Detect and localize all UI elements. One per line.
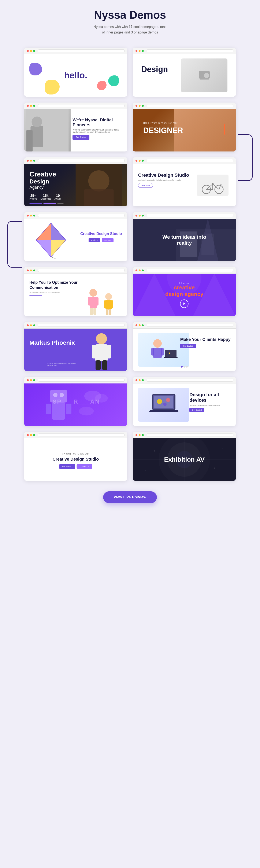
demo14-heading: Design for all devices (189, 392, 230, 403)
demo10-heading: creative design agency (165, 284, 203, 298)
demo-card-ideas[interactable]: We turn ideas into reality (133, 212, 236, 261)
demo2-image (181, 59, 227, 92)
demo-card-studio[interactable]: Creative Design Studio We build meaningf… (133, 157, 236, 206)
dot-green (142, 434, 144, 436)
demo14-btn[interactable]: Get Started (189, 408, 204, 412)
demo15-buttons: Get Started Contact Us (52, 464, 99, 469)
svg-point-8 (88, 170, 109, 191)
demo-card-clients[interactable]: ★ Make Your Clients Happy Get Started (133, 322, 236, 371)
demo12-heading: Make Your Clients Happy (180, 337, 230, 342)
demo-card-markus[interactable]: Markus Phoenix Creative photographer and… (24, 322, 127, 371)
svg-point-81 (222, 448, 223, 450)
blob1 (29, 63, 42, 75)
svg-marker-21 (51, 223, 66, 240)
svg-rect-9 (84, 189, 113, 206)
svg-marker-22 (36, 240, 51, 257)
browser-url (38, 49, 124, 52)
svg-rect-53 (161, 348, 164, 355)
demo5-stat3: 10 Awards (54, 194, 61, 200)
demo12-content: ★ Make Your Clients Happy Get Started (133, 329, 236, 371)
dot-red (27, 379, 29, 381)
dot-yellow (30, 105, 32, 107)
demo-card-agency[interactable]: Creative Design Agency 25+ Projects 15k … (24, 157, 127, 206)
demo-card-spiderman[interactable]: SP___R___AN (24, 377, 127, 426)
demo1-blobs (24, 54, 127, 97)
browser-url (38, 104, 124, 107)
dot-yellow (30, 215, 32, 217)
browser-bar (133, 267, 236, 274)
demo-card-kite[interactable]: Creative Design Studio Explore Contact (24, 212, 127, 261)
svg-rect-52 (151, 348, 154, 355)
demo5-stat1: 25+ Projects (29, 194, 37, 200)
demo-card-hello[interactable]: hello. (24, 48, 127, 97)
demo-card-designer[interactable]: Hello I Want To Work For Your DESIGNER (133, 102, 236, 152)
dot-yellow (30, 270, 32, 271)
browser-bar (133, 212, 236, 219)
demo7-btn1[interactable]: Explore (88, 238, 100, 242)
demo15-btn1[interactable]: Get Started (60, 464, 75, 469)
browser-bar (133, 322, 236, 329)
svg-rect-49 (102, 361, 107, 370)
browser-url (147, 214, 233, 217)
demo16-text: Exhibition AV (164, 456, 205, 463)
demo7-text: Creative Design Studio Explore Contact (80, 231, 122, 242)
view-live-preview-button[interactable]: View Live Preview (103, 491, 157, 503)
svg-rect-37 (104, 301, 107, 308)
demo4-accent-bar (224, 124, 225, 134)
demo13-content: SP___R___AN (24, 383, 127, 426)
svg-point-78 (154, 451, 155, 452)
demo10-pre: full service (165, 282, 203, 284)
svg-point-29 (89, 289, 97, 297)
dot-yellow (139, 105, 141, 107)
demo5-title: Creative Design Agency (29, 170, 56, 190)
browser-url (147, 269, 233, 272)
demo4-title: DESIGNER (143, 126, 183, 135)
dot-yellow (139, 324, 141, 326)
demo7-btn2[interactable]: Contact (102, 238, 113, 242)
demo-card-optimize[interactable]: Help You To Optimize Your Communication … (24, 267, 127, 316)
svg-marker-23 (36, 223, 51, 240)
svg-rect-40 (109, 309, 111, 315)
dot-green (142, 324, 144, 326)
demo10-play-btn[interactable] (180, 300, 189, 308)
demo10-text: full service creative design agency (165, 282, 203, 308)
browser-bar (24, 212, 127, 219)
dot-yellow (139, 215, 141, 217)
dot-green (33, 270, 35, 271)
dot-yellow (30, 379, 32, 381)
demo14-text: Design for all devices We design and dev… (189, 392, 230, 412)
demo15-btn2[interactable]: Contact Us (77, 464, 92, 469)
svg-rect-46 (92, 345, 96, 359)
browser-bar (24, 48, 127, 54)
dot-red (27, 434, 29, 436)
demo6-btn[interactable]: Read More (138, 183, 153, 188)
demo15-text: LOREM IPSUM DOLOR Creative Design Studio… (52, 453, 99, 469)
svg-rect-47 (107, 345, 111, 359)
svg-point-79 (214, 468, 215, 469)
demo6-content: Creative Design Studio We build meaningf… (133, 164, 236, 206)
demo-card-studio-white[interactable]: LOREM IPSUM DOLOR Creative Design Studio… (24, 432, 127, 481)
dot-red (27, 160, 29, 162)
svg-point-1 (204, 73, 209, 78)
demo-card-devices[interactable]: Design for all devices We design and dev… (133, 377, 236, 426)
demo6-bike-area (189, 173, 236, 198)
dot-green (33, 160, 35, 162)
demo8-content: We turn ideas into reality (133, 219, 236, 261)
demo10-content: full service creative design agency (133, 274, 236, 316)
dot-red (136, 324, 137, 326)
demo-card-design[interactable]: Design (133, 48, 236, 97)
browser-bar (24, 322, 127, 329)
demo-card-fullservice[interactable]: full service creative design agency (133, 267, 236, 316)
demo14-desc: We design and develop digital strategies (189, 404, 230, 406)
demo3-btn[interactable]: Get Started (73, 135, 89, 140)
svg-rect-31 (88, 297, 91, 306)
dot-green (142, 379, 144, 381)
svg-marker-24 (51, 240, 66, 257)
svg-rect-51 (153, 348, 162, 358)
dot-yellow (139, 160, 141, 162)
demo-card-pioneers[interactable]: We're Nyssa. Digital Pioneers We help bu… (24, 102, 127, 152)
dot-red (136, 160, 137, 162)
demo-card-exhibition[interactable]: Exhibition AV (133, 432, 236, 481)
demo12-btn[interactable]: Get Started (180, 344, 196, 348)
browser-bar (24, 432, 127, 438)
